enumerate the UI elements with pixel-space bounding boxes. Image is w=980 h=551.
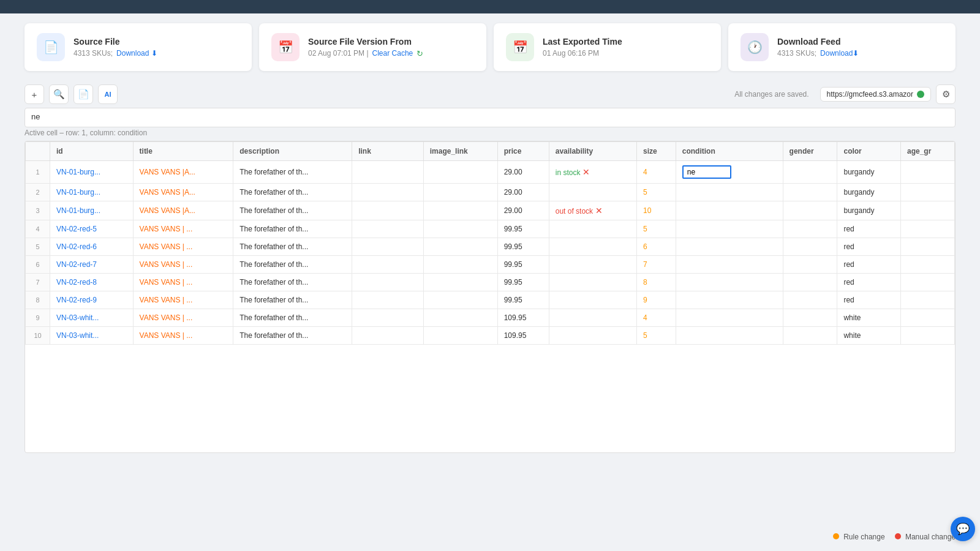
cell-description[interactable]: The forefather of th... [233,309,352,327]
cell-age-gr[interactable] [900,327,954,345]
id-link[interactable]: VN-03-whit... [56,331,99,340]
cell-image-link[interactable] [423,256,497,274]
cell-color[interactable]: white [837,309,901,327]
cell-link[interactable] [352,161,424,184]
cell-condition[interactable] [676,256,783,274]
cell-image-link[interactable] [423,291,497,309]
table-row[interactable]: 7VN-02-red-8VANS VANS | ...The forefathe… [26,274,955,291]
cell-age-gr[interactable] [900,256,954,274]
cell-link[interactable] [352,184,424,201]
id-link[interactable]: VN-02-red-7 [56,260,97,269]
cell-size[interactable]: 5 [637,220,676,238]
cell-size[interactable]: 10 [637,201,676,220]
cell-id[interactable]: VN-02-red-6 [50,238,134,256]
cell-description[interactable]: The forefather of th... [233,161,352,184]
table-row[interactable]: 1VN-01-burg...VANS VANS |A...The forefat… [26,161,955,184]
cell-gender[interactable] [783,201,837,220]
source-file-download-link[interactable]: Download ⬇ [116,49,157,58]
cell-price[interactable]: 99.95 [497,291,549,309]
cell-condition[interactable] [676,327,783,345]
id-link[interactable]: VN-02-red-6 [56,242,97,251]
title-link[interactable]: VANS VANS | ... [140,260,193,269]
cell-availability[interactable] [549,274,636,291]
cell-id[interactable]: VN-02-red-5 [50,220,134,238]
cell-link[interactable] [352,274,424,291]
formula-bar[interactable]: ne [24,108,956,127]
cell-link[interactable] [352,201,424,220]
table-row[interactable]: 5VN-02-red-6VANS VANS | ...The forefathe… [26,238,955,256]
cell-color[interactable]: red [837,291,901,309]
table-row[interactable]: 9VN-03-whit...VANS VANS | ...The forefat… [26,309,955,327]
cell-price[interactable]: 99.95 [497,238,549,256]
cell-title[interactable]: VANS VANS |A... [133,201,233,220]
cell-image-link[interactable] [423,238,497,256]
cell-color[interactable]: red [837,220,901,238]
cell-link[interactable] [352,220,424,238]
cell-id[interactable]: VN-01-burg... [50,161,134,184]
cell-size[interactable]: 9 [637,291,676,309]
cell-gender[interactable] [783,274,837,291]
condition-input[interactable] [682,165,731,179]
cell-condition[interactable] [676,291,783,309]
id-link[interactable]: VN-03-whit... [56,313,99,322]
title-link[interactable]: VANS VANS | ... [140,225,193,233]
cell-gender[interactable] [783,238,837,256]
cell-color[interactable]: burgandy [837,184,901,201]
cell-description[interactable]: The forefather of th... [233,291,352,309]
cell-id[interactable]: VN-03-whit... [50,309,134,327]
title-link[interactable]: VANS VANS |A... [140,168,195,176]
cell-age-gr[interactable] [900,184,954,201]
cell-description[interactable]: The forefather of th... [233,220,352,238]
cell-image-link[interactable] [423,220,497,238]
cell-title[interactable]: VANS VANS | ... [133,274,233,291]
refresh-icon[interactable]: ↻ [417,49,423,58]
cell-link[interactable] [352,256,424,274]
cell-description[interactable]: The forefather of th... [233,201,352,220]
cell-color[interactable]: burgandy [837,161,901,184]
cell-color[interactable]: red [837,238,901,256]
cell-size[interactable]: 5 [637,184,676,201]
cell-gender[interactable] [783,309,837,327]
cell-description[interactable]: The forefather of th... [233,327,352,345]
title-link[interactable]: VANS VANS |A... [140,188,195,197]
cell-size[interactable]: 4 [637,161,676,184]
cell-color[interactable]: red [837,274,901,291]
cell-size[interactable]: 5 [637,327,676,345]
cell-title[interactable]: VANS VANS |A... [133,161,233,184]
id-link[interactable]: VN-02-red-9 [56,296,97,304]
cell-age-gr[interactable] [900,291,954,309]
cell-title[interactable]: VANS VANS | ... [133,291,233,309]
cell-availability[interactable] [549,220,636,238]
title-link[interactable]: VANS VANS | ... [140,331,193,340]
cell-price[interactable]: 109.95 [497,309,549,327]
cell-image-link[interactable] [423,201,497,220]
id-link[interactable]: VN-01-burg... [56,188,100,197]
cell-title[interactable]: VANS VANS | ... [133,238,233,256]
cell-price[interactable]: 109.95 [497,327,549,345]
cell-gender[interactable] [783,291,837,309]
cell-price[interactable]: 29.00 [497,161,549,184]
cell-image-link[interactable] [423,327,497,345]
cell-id[interactable]: VN-01-burg... [50,201,134,220]
cell-link[interactable] [352,327,424,345]
cell-age-gr[interactable] [900,238,954,256]
cell-title[interactable]: VANS VANS |A... [133,184,233,201]
cell-availability[interactable]: out of stock✕ [549,201,636,220]
id-link[interactable]: VN-01-burg... [56,168,100,176]
cell-gender[interactable] [783,220,837,238]
cell-link[interactable] [352,238,424,256]
add-button[interactable]: + [24,84,44,104]
cell-color[interactable]: red [837,256,901,274]
table-row[interactable]: 6VN-02-red-7VANS VANS | ...The forefathe… [26,256,955,274]
cell-size[interactable]: 6 [637,238,676,256]
cell-id[interactable]: VN-03-whit... [50,327,134,345]
cell-title[interactable]: VANS VANS | ... [133,256,233,274]
clear-cache-link[interactable]: Clear Cache [372,49,413,58]
title-link[interactable]: VANS VANS | ... [140,296,193,304]
cell-size[interactable]: 4 [637,309,676,327]
id-link[interactable]: VN-02-red-5 [56,225,97,233]
cell-condition[interactable] [676,274,783,291]
cell-price[interactable]: 29.00 [497,201,549,220]
cell-availability[interactable] [549,309,636,327]
cell-price[interactable]: 99.95 [497,220,549,238]
